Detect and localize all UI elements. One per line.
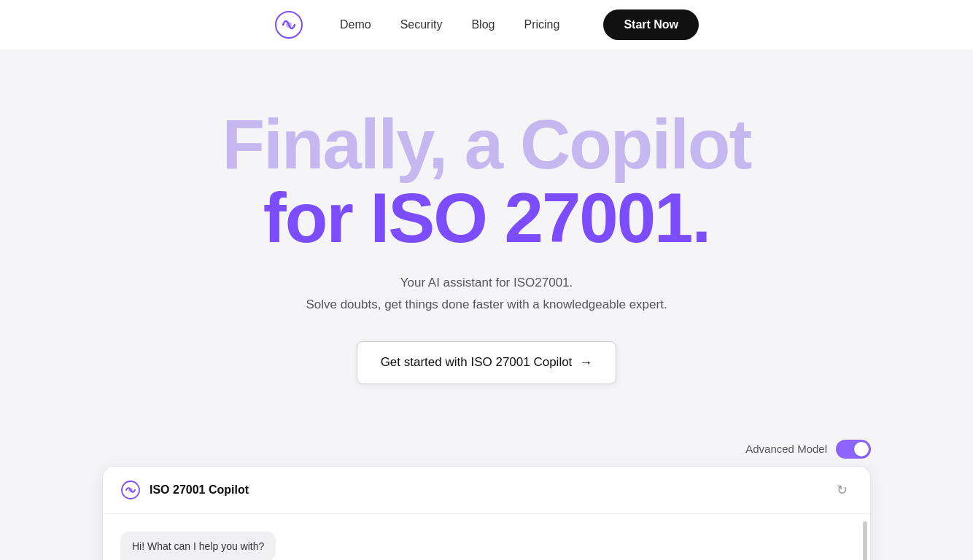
nav-pricing[interactable]: Pricing (524, 18, 559, 31)
arrow-icon: → (579, 355, 592, 370)
svg-point-1 (286, 22, 292, 28)
chat-section: Advanced Model ISO 27001 Copilot ↻ Hi! W… (0, 428, 973, 560)
hero-subtitle2: Solve doubts, get things done faster wit… (306, 298, 667, 312)
hero-title: Finally, a Copilot for ISO 27001. (222, 108, 751, 255)
chat-header: ISO 27001 Copilot ↻ (103, 467, 870, 514)
logo[interactable] (274, 10, 303, 39)
nav-blog[interactable]: Blog (471, 18, 495, 31)
hero-section: Finally, a Copilot for ISO 27001. Your A… (0, 50, 973, 428)
chat-header-left: ISO 27001 Copilot (120, 480, 249, 500)
advanced-model-bar: Advanced Model (102, 428, 871, 466)
chat-title: ISO 27001 Copilot (150, 483, 249, 497)
hero-cta-button[interactable]: Get started with ISO 27001 Copilot → (357, 341, 617, 384)
chat-logo-icon (120, 480, 141, 500)
nav-security[interactable]: Security (400, 18, 443, 31)
svg-point-3 (128, 488, 133, 492)
navbar: Demo Security Blog Pricing Start Now (0, 0, 973, 50)
refresh-icon[interactable]: ↻ (837, 482, 853, 498)
hero-cta-label: Get started with ISO 27001 Copilot (381, 355, 573, 370)
advanced-model-toggle[interactable] (836, 440, 871, 459)
scrollbar-thumb (863, 521, 867, 560)
toggle-thumb (854, 442, 869, 456)
chat-messages: Hi! What can I help you with? We're an I… (103, 514, 870, 560)
hero-title-line2: for ISO 27001. (222, 182, 751, 255)
hero-title-line1: Finally, a Copilot (222, 108, 751, 182)
nav-start-now-button[interactable]: Start Now (603, 9, 699, 40)
bot-message: Hi! What can I help you with? (120, 532, 276, 560)
advanced-model-label: Advanced Model (745, 443, 827, 455)
chat-scrollbar[interactable] (863, 521, 867, 560)
hero-subtitle1: Your AI assistant for ISO27001. (400, 276, 573, 290)
nav-demo[interactable]: Demo (340, 18, 371, 31)
chat-container: ISO 27001 Copilot ↻ Hi! What can I help … (102, 466, 871, 560)
